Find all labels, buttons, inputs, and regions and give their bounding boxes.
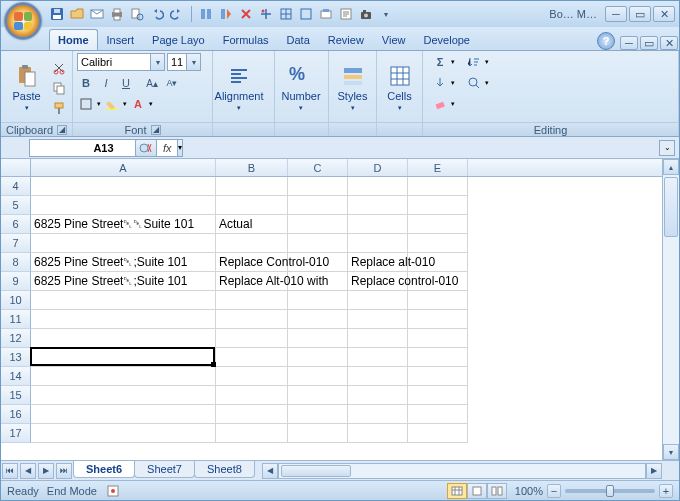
cell[interactable]: 6825 Pine Street␡;Suite 101 <box>31 272 216 291</box>
cut-button[interactable] <box>50 59 68 77</box>
cell[interactable] <box>216 196 288 215</box>
tab-home[interactable]: Home <box>49 29 98 50</box>
minimize-button[interactable]: ─ <box>605 6 627 22</box>
cell[interactable] <box>288 215 348 234</box>
cell[interactable] <box>348 177 408 196</box>
row-header[interactable]: 5 <box>1 196 31 215</box>
scroll-up-button[interactable]: ▴ <box>663 159 679 175</box>
row-header[interactable]: 12 <box>1 329 31 348</box>
maximize-button[interactable]: ▭ <box>629 6 651 22</box>
row-header[interactable]: 4 <box>1 177 31 196</box>
copy-button[interactable] <box>50 79 68 97</box>
scroll-right-button[interactable]: ▶ <box>646 463 662 479</box>
font-size-input[interactable] <box>167 53 187 71</box>
row-header[interactable]: 17 <box>1 424 31 443</box>
cell[interactable] <box>408 386 468 405</box>
cell[interactable] <box>348 405 408 424</box>
view-normal-button[interactable] <box>447 483 467 499</box>
cell[interactable] <box>348 291 408 310</box>
qat-icon-camera[interactable] <box>358 6 374 22</box>
print-icon[interactable] <box>109 6 125 22</box>
chevron-down-icon[interactable]: ▾ <box>485 58 489 66</box>
cell[interactable]: Replace Alt-010 with <box>216 272 288 291</box>
cell[interactable] <box>288 348 348 367</box>
tab-insert[interactable]: Insert <box>98 29 144 50</box>
scroll-left-button[interactable]: ◀ <box>262 463 278 479</box>
vertical-scrollbar[interactable]: ▴ ▾ <box>662 159 679 460</box>
cell[interactable]: 6825 Pine Street␡;Suite 101 <box>31 253 216 272</box>
cell[interactable] <box>348 348 408 367</box>
qat-icon-8[interactable] <box>338 6 354 22</box>
chevron-down-icon[interactable]: ▾ <box>451 79 455 87</box>
help-button[interactable]: ? <box>597 32 615 50</box>
chevron-down-icon[interactable]: ▾ <box>485 79 489 87</box>
chevron-down-icon[interactable]: ▾ <box>451 100 455 108</box>
cell[interactable] <box>408 367 468 386</box>
italic-button[interactable]: I <box>97 74 115 92</box>
zoom-out-button[interactable]: − <box>547 484 561 498</box>
mdi-restore-button[interactable]: ▭ <box>640 36 658 50</box>
tab-view[interactable]: View <box>373 29 415 50</box>
insert-function-button[interactable] <box>135 139 157 157</box>
sheet-nav-last[interactable]: ⏭ <box>56 463 72 479</box>
cell[interactable] <box>288 329 348 348</box>
qat-icon-6[interactable] <box>298 6 314 22</box>
row-header[interactable]: 11 <box>1 310 31 329</box>
row-header[interactable]: 14 <box>1 367 31 386</box>
shrink-font-button[interactable]: A▾ <box>163 74 181 92</box>
chevron-down-icon[interactable]: ▾ <box>151 53 165 71</box>
close-button[interactable]: ✕ <box>653 6 675 22</box>
cell[interactable] <box>31 177 216 196</box>
cell[interactable] <box>31 291 216 310</box>
column-header[interactable]: E <box>408 159 468 176</box>
cell[interactable] <box>288 367 348 386</box>
macro-record-icon[interactable] <box>105 483 121 499</box>
chevron-down-icon[interactable]: ▾ <box>97 100 101 108</box>
cell[interactable] <box>216 405 288 424</box>
save-icon[interactable] <box>49 6 65 22</box>
cell[interactable] <box>348 329 408 348</box>
paste-button[interactable]: Paste ▾ <box>5 61 48 115</box>
row-header[interactable]: 16 <box>1 405 31 424</box>
tab-data[interactable]: Data <box>278 29 319 50</box>
cell[interactable] <box>408 234 468 253</box>
cell[interactable] <box>216 177 288 196</box>
cell[interactable] <box>216 424 288 443</box>
cell[interactable] <box>408 215 468 234</box>
fill-color-button[interactable] <box>103 95 121 113</box>
cell[interactable] <box>348 367 408 386</box>
clear-button[interactable] <box>431 95 449 113</box>
sheet-nav-prev[interactable]: ◀ <box>20 463 36 479</box>
column-header[interactable]: C <box>288 159 348 176</box>
select-all-button[interactable] <box>1 159 31 176</box>
row-header[interactable]: 8 <box>1 253 31 272</box>
cell[interactable]: Replace alt-010 <box>348 253 408 272</box>
grow-font-button[interactable]: A▴ <box>143 74 161 92</box>
qat-icon-7[interactable] <box>318 6 334 22</box>
cell[interactable] <box>348 424 408 443</box>
cell[interactable] <box>31 196 216 215</box>
tab-review[interactable]: Review <box>319 29 373 50</box>
cell[interactable] <box>31 310 216 329</box>
cell[interactable] <box>31 386 216 405</box>
formula-bar-expand-button[interactable]: ⌄ <box>659 140 675 156</box>
sheet-tab[interactable]: Sheet6 <box>73 461 135 478</box>
cell[interactable] <box>288 405 348 424</box>
column-header[interactable]: D <box>348 159 408 176</box>
view-page-layout-button[interactable] <box>467 483 487 499</box>
cell[interactable] <box>408 405 468 424</box>
row-header[interactable]: 7 <box>1 234 31 253</box>
tab-developer[interactable]: Develope <box>415 29 479 50</box>
cell[interactable] <box>408 177 468 196</box>
office-button[interactable] <box>4 2 42 40</box>
cell[interactable] <box>348 386 408 405</box>
bold-button[interactable]: B <box>77 74 95 92</box>
cell[interactable] <box>216 310 288 329</box>
cell[interactable] <box>408 196 468 215</box>
sheet-nav-next[interactable]: ▶ <box>38 463 54 479</box>
cell[interactable] <box>408 310 468 329</box>
tab-formulas[interactable]: Formulas <box>214 29 278 50</box>
cell[interactable] <box>216 291 288 310</box>
cell[interactable] <box>216 367 288 386</box>
sort-button[interactable] <box>465 53 483 71</box>
